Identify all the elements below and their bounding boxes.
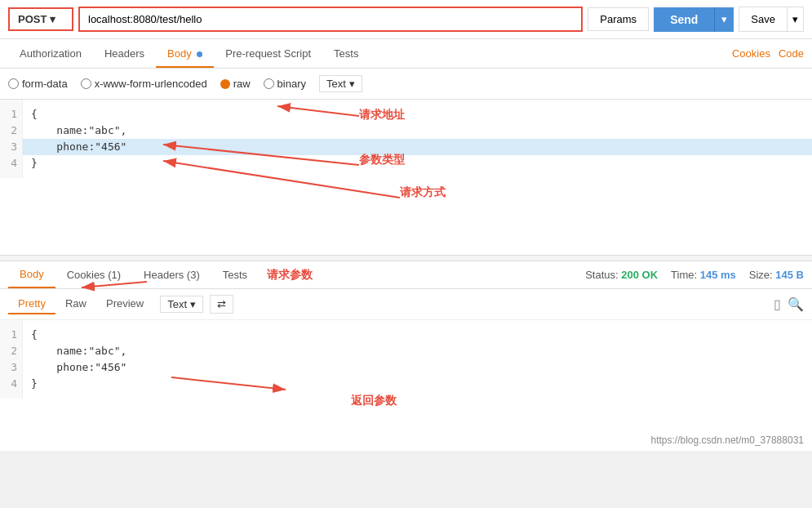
raw-label: raw [233, 78, 251, 90]
response-format-tabs: Pretty Raw Preview [8, 294, 153, 314]
request-tabs-row: Authorization Headers Body Pre-request S… [0, 39, 812, 69]
response-format-left: Pretty Raw Preview Text ▾ ⇄ [8, 294, 233, 314]
response-tab-tests[interactable]: Tests [211, 262, 259, 287]
response-tabs-row: Body Cookies (1) Headers (3) Tests 请求参数 … [0, 261, 812, 289]
annotation-request-method: 请求方式 [400, 185, 446, 200]
size-label: Size: 145 B [749, 269, 804, 281]
annotation-return-params: 返回参数 [351, 394, 397, 408]
send-dropdown-arrow[interactable]: ▾ [714, 7, 734, 32]
form-data-option[interactable]: form-data [8, 78, 68, 90]
form-data-label: form-data [22, 78, 68, 90]
text-type-arrow-icon: ▾ [349, 78, 355, 90]
time-label: Time: 145 ms [671, 269, 736, 281]
text-type-label: Text [326, 78, 346, 90]
resp-code-line-1: { [31, 327, 804, 343]
request-bar: POST ▾ Params Send ▾ Save ▾ [0, 0, 812, 39]
response-code-content[interactable]: { name:"abc", phone:"456" } [23, 320, 812, 399]
raw-option[interactable]: raw [220, 78, 251, 90]
section-divider [0, 255, 812, 261]
annotation-request-address: 请求地址 [359, 108, 405, 123]
response-tab-body[interactable]: Body [8, 261, 55, 288]
url-encoded-label: x-www-form-urlencoded [95, 78, 207, 90]
response-format-icons: ▯ 🔍 [774, 296, 804, 312]
response-format-row: Pretty Raw Preview Text ▾ ⇄ ▯ 🔍 [0, 289, 812, 320]
size-value: 145 B [775, 269, 804, 281]
annotation-request-params: 请求参数 [267, 268, 313, 283]
request-code-editor[interactable]: 1 2 3 4 { name:"abc", phone:"456" } [0, 100, 812, 178]
search-icon[interactable]: 🔍 [788, 296, 804, 312]
response-tab-cookies[interactable]: Cookies (1) [55, 262, 132, 287]
code-line-1: { [31, 106, 804, 123]
url-input[interactable] [78, 7, 583, 32]
response-text-dropdown[interactable]: Text ▾ [160, 296, 203, 313]
request-tabs-right: Cookies Code [732, 47, 804, 60]
resp-code-line-2: name:"abc", [31, 343, 804, 359]
response-line-numbers: 1 2 3 4 [0, 320, 23, 399]
request-body-section: 1 2 3 4 { name:"abc", phone:"456" } [0, 100, 812, 255]
binary-option[interactable]: binary [264, 78, 306, 90]
binary-label: binary [277, 78, 306, 90]
cookies-link[interactable]: Cookies [732, 47, 770, 60]
annotation-param-type: 参数类型 [359, 153, 405, 167]
url-encoded-radio[interactable] [81, 78, 91, 89]
status-label: Status: 200 OK [585, 269, 658, 281]
response-text-label: Text [167, 298, 187, 310]
url-encoded-option[interactable]: x-www-form-urlencoded [81, 78, 207, 90]
tab-headers[interactable]: Headers [93, 39, 156, 68]
method-label: POST [18, 13, 47, 25]
form-data-radio[interactable] [8, 78, 19, 89]
wrap-lines-button[interactable]: ⇄ [210, 295, 233, 314]
response-header-section: Body Cookies (1) Headers (3) Tests 请求参数 … [0, 261, 812, 289]
time-value: 145 ms [700, 269, 736, 281]
text-type-dropdown[interactable]: Text ▾ [319, 75, 362, 92]
format-tab-preview[interactable]: Preview [96, 294, 153, 314]
body-options-row: form-data x-www-form-urlencoded raw bina… [0, 69, 812, 100]
format-tab-raw[interactable]: Raw [55, 294, 96, 314]
raw-selected-dot [220, 79, 230, 89]
send-button-group: Send ▾ [654, 7, 734, 32]
format-tab-pretty[interactable]: Pretty [8, 294, 55, 314]
code-line-2: name:"abc", [31, 123, 804, 139]
tab-tests[interactable]: Tests [322, 39, 370, 68]
tab-pre-request-script[interactable]: Pre-request Script [214, 39, 322, 68]
method-arrow-icon: ▾ [50, 13, 55, 25]
response-tabs-left: Body Cookies (1) Headers (3) Tests 请求参数 [8, 261, 313, 288]
code-link[interactable]: Code [779, 47, 804, 60]
copy-icon[interactable]: ▯ [774, 296, 781, 312]
resp-code-line-4: } [31, 376, 804, 392]
request-code-content[interactable]: { name:"abc", phone:"456" } [23, 100, 812, 178]
tab-authorization[interactable]: Authorization [8, 39, 93, 68]
status-value: 200 OK [621, 269, 658, 281]
save-button[interactable]: Save [739, 7, 788, 32]
response-code-editor[interactable]: 1 2 3 4 { name:"abc", phone:"456" } [0, 320, 812, 399]
status-info: Status: 200 OK Time: 145 ms Size: 145 B [585, 269, 804, 281]
save-button-group: Save ▾ [739, 7, 804, 32]
request-tabs-left: Authorization Headers Body Pre-request S… [8, 39, 370, 68]
code-line-4: } [31, 155, 804, 172]
save-dropdown-arrow[interactable]: ▾ [788, 7, 804, 32]
footer-link: https://blog.csdn.net/m0_37888031 [651, 434, 804, 446]
wrap-lines-icon: ⇄ [217, 298, 226, 310]
response-tab-headers[interactable]: Headers (3) [132, 262, 211, 287]
tab-body[interactable]: Body [156, 39, 214, 68]
request-line-numbers: 1 2 3 4 [0, 100, 23, 178]
method-dropdown[interactable]: POST ▾ [8, 7, 73, 31]
params-button[interactable]: Params [588, 7, 649, 31]
send-button[interactable]: Send [654, 7, 714, 32]
response-body-section: 1 2 3 4 { name:"abc", phone:"456" } 返回参数 [0, 320, 812, 451]
resp-code-line-3: phone:"456" [31, 359, 804, 376]
response-text-arrow-icon: ▾ [190, 298, 196, 310]
body-dot-icon [197, 51, 202, 57]
binary-radio[interactable] [264, 78, 274, 89]
code-line-3: phone:"456" [23, 139, 812, 155]
